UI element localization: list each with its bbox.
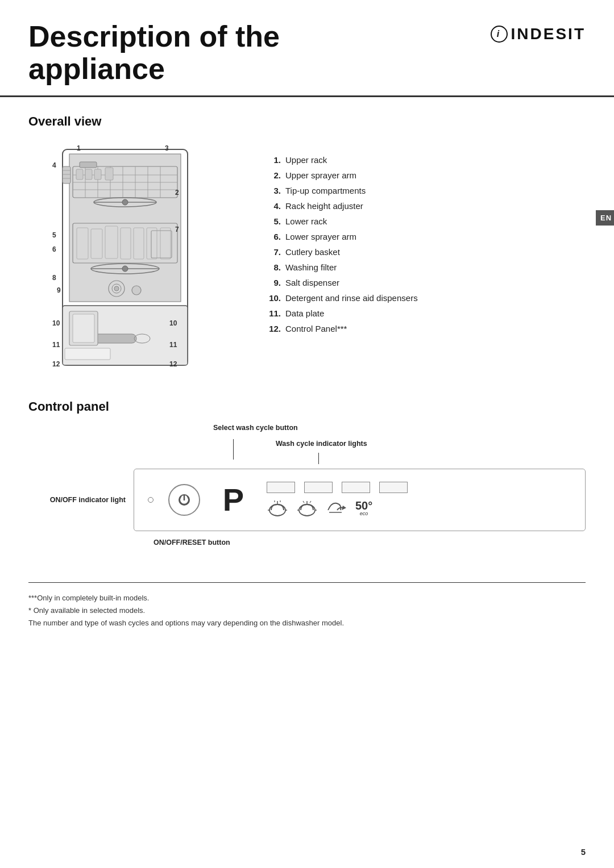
part-item-5: 5. Lower rack (267, 215, 586, 227)
page: Description of the appliance i INDESIT E… (0, 0, 614, 868)
indicator-box-1 (267, 482, 295, 493)
part-item-10: 10. Detergent and rinse aid dispensers (267, 292, 586, 304)
diag-num-2: 2 (175, 189, 179, 197)
eco-icon: 50° eco (355, 500, 372, 516)
svg-rect-19 (105, 168, 113, 180)
page-number: 5 (581, 847, 586, 857)
footnote-2: * Only available in selected models. (28, 604, 586, 617)
diag-num-12l: 12 (52, 360, 60, 368)
footnote-1: ***Only in completely built-in models. (28, 592, 586, 604)
part-item-2: 2. Upper sprayer arm (267, 169, 586, 181)
logo-area: i INDESIT (491, 20, 586, 43)
diag-num-5: 5 (52, 231, 56, 239)
svg-rect-17 (85, 169, 92, 180)
diag-num-11l: 11 (52, 341, 60, 349)
svg-rect-23 (80, 162, 97, 168)
parts-list: 1. Upper rack 2. Upper sprayer arm 3. Ti… (267, 114, 586, 377)
control-panel-box: P (134, 469, 586, 531)
diag-num-3: 3 (165, 144, 169, 152)
control-panel-diagram: Select wash cycle button Wash cycle indi… (28, 423, 586, 548)
parts-ol: 1. Upper rack 2. Upper sprayer arm 3. Ti… (267, 154, 586, 335)
svg-rect-42 (65, 348, 110, 360)
part-item-7: 7. Cutlery basket (267, 246, 586, 258)
part-item-4: 4. Rack height adjuster (267, 200, 586, 212)
svg-line-57 (303, 501, 304, 503)
part-item-11: 11. Data plate (267, 307, 586, 319)
part-item-9: 9. Salt dispenser (267, 277, 586, 289)
diag-num-6: 6 (52, 245, 56, 253)
part-item-6: 6. Lower sprayer arm (267, 231, 586, 243)
svg-marker-61 (342, 506, 346, 510)
brand-logo: i INDESIT (491, 25, 586, 43)
diag-num-9: 9 (57, 286, 61, 294)
diag-num-1: 1 (77, 144, 81, 152)
diag-num-8: 8 (52, 274, 56, 282)
part-item-1: 1. Upper rack (267, 154, 586, 166)
overall-view-section: Overall view (28, 114, 586, 377)
wash-program-icons: 50° eco (267, 498, 571, 518)
main-content: Overall view (0, 97, 614, 641)
footnote-3: The number and type of wash cycles and o… (28, 617, 586, 629)
part-item-12: 12. Control Panel*** (267, 323, 586, 335)
power-button[interactable] (168, 484, 200, 516)
language-tab: EN (596, 210, 614, 226)
indicator-box-2 (304, 482, 333, 493)
control-panel-section: Control panel Select wash cycle button W… (28, 399, 586, 548)
label-wash-indicator: Wash cycle indicator lights (276, 439, 367, 449)
svg-point-22 (122, 199, 128, 205)
diag-num-10r: 10 (169, 319, 177, 327)
wash-icon-1 (267, 498, 288, 518)
svg-line-58 (310, 501, 311, 503)
appliance-diagram: Overall view (28, 114, 244, 377)
label-onoff-reset: ON/OFF/RESET button (154, 538, 586, 548)
indicator-boxes-row (267, 482, 571, 493)
part-item-3: 3. Tip-up compartments (267, 185, 586, 197)
wash-icon-3 (326, 498, 347, 518)
onoff-indicator-col (148, 497, 154, 503)
logo-i-icon: i (491, 26, 508, 43)
header: Description of the appliance i INDESIT (0, 0, 614, 97)
onoff-indicator-dot (148, 497, 154, 503)
wash-indicator-arrow (318, 453, 319, 464)
svg-rect-18 (94, 169, 101, 180)
logo-name: INDESIT (511, 25, 586, 43)
label-onoff-indicator: ON/OFF indicator light (28, 495, 134, 506)
label-onoff-area: ON/OFF indicator light (28, 469, 134, 531)
indicator-box-4 (379, 482, 408, 493)
diag-num-10l: 10 (52, 319, 60, 327)
svg-point-38 (114, 286, 119, 291)
label-select-wash: Select wash cycle button (213, 423, 298, 433)
wash-icon-2 (296, 498, 318, 518)
indicator-lights-group: 50° eco (267, 482, 571, 518)
diag-num-4: 4 (52, 161, 56, 169)
svg-point-39 (132, 286, 141, 295)
dishwasher-svg: 1 3 4 2 7 5 6 8 9 (28, 138, 222, 377)
part-item-8: 8. Washing filter (267, 261, 586, 273)
diag-num-11r: 11 (169, 341, 177, 349)
label-onoff-reset-area: ON/OFF/RESET button (154, 538, 586, 548)
diag-num-12r: 12 (169, 360, 177, 368)
control-panel-heading: Control panel (28, 399, 586, 414)
svg-rect-16 (76, 169, 83, 180)
svg-rect-41 (73, 314, 94, 343)
svg-point-35 (122, 266, 128, 272)
select-wash-arrow (233, 439, 234, 460)
footnotes: ***Only in completely built-in models. *… (28, 582, 586, 641)
overall-view-heading: Overall view (28, 114, 244, 129)
svg-rect-43 (63, 166, 70, 183)
panel-row: ON/OFF indicator light (28, 469, 586, 531)
diag-num-7: 7 (175, 226, 179, 233)
power-icon (177, 493, 191, 507)
indicator-box-3 (342, 482, 370, 493)
p-display: P (215, 484, 252, 516)
page-title: Description of the appliance (28, 20, 280, 85)
